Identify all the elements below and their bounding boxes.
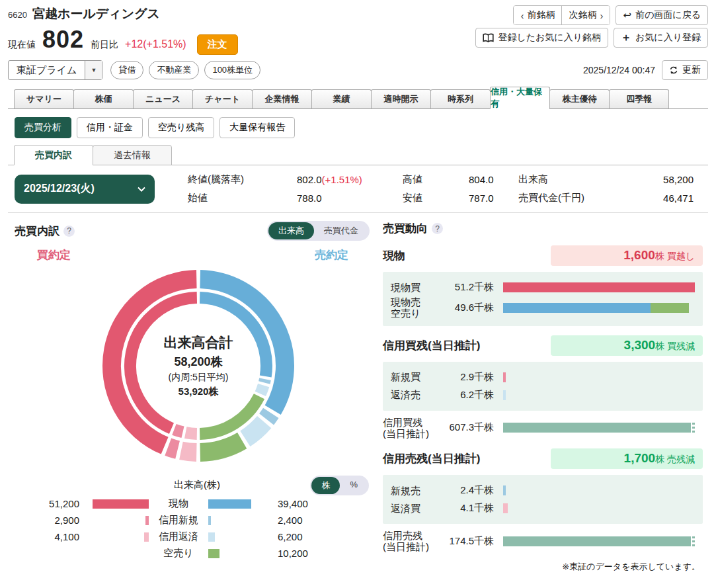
subnav-空売り残高[interactable]: 空売り残高 (148, 117, 214, 138)
donut-legend: 出来高(株) 株% 51,200現物39,4002,900信用新規2,4004,… (25, 476, 369, 562)
trend-row-value: 49.6千株 (449, 302, 503, 314)
subnav: 売買分析信用・証金空売り残高大量保有報告 (15, 117, 708, 138)
volume-label: 出来高 (518, 173, 624, 186)
breakdown-help-icon[interactable]: ? (63, 226, 75, 237)
legend-sell-value: 2,400 (271, 515, 332, 526)
unit-option-出来高[interactable]: 出来高 (268, 222, 314, 239)
subnav-信用・証金[interactable]: 信用・証金 (77, 117, 143, 138)
turnover-value: 46,471 (624, 192, 703, 204)
open-label: 始値 (188, 192, 297, 204)
header-row-1: 6620 宮越ホールディングス ‹ 前銘柄 次銘柄 › ↩ 前の画面に戻る (8, 5, 708, 25)
legend-sell-bar (208, 516, 271, 525)
tab-チャート[interactable]: チャート (192, 89, 253, 109)
legend-sell-bar (208, 532, 271, 542)
trend-row-label: 現物売 空売り (391, 296, 449, 319)
trend-row: 信用売残 (当日推計)174.5千株 (383, 530, 703, 553)
next-stock-button[interactable]: 次銘柄 › (561, 6, 610, 24)
donut-total: 58,200株 (174, 354, 222, 370)
high-value: 804.0 (469, 174, 518, 185)
legend-buy-value: 2,900 (25, 515, 86, 526)
trend-row-value: 607.3千株 (449, 421, 503, 434)
subnav-売買分析[interactable]: 売買分析 (15, 117, 71, 138)
content: 売買内訳 ? 出来高売買代金 買約定 売約定 出来高合計 58,200株 (内周… (8, 213, 708, 573)
legend-unit-option-株[interactable]: 株 (311, 477, 340, 494)
header-row-2: 現在値 802 前日比 +12(+1.51%) 注文 登録したお気に入り銘柄 ＋… (8, 28, 708, 55)
current-price: 802 (42, 28, 84, 52)
legend-buy-bar (86, 532, 149, 542)
high-label: 高値 (403, 173, 469, 186)
trend-row-value: 4.1千株 (449, 502, 503, 515)
unit-option-売買代金[interactable]: 売買代金 (314, 222, 368, 239)
legend-sell-value: 39,400 (271, 498, 332, 509)
date-select[interactable]: 2025/12/23(火) (15, 175, 155, 204)
trend-box: 新規買2.9千株返済売6.2千株 (383, 362, 703, 411)
refresh-button[interactable]: 更新 (662, 60, 708, 80)
trend-row-bar (503, 423, 695, 433)
subtabs: 売買内訳過去情報 (8, 145, 708, 165)
tab-四季報[interactable]: 四季報 (609, 89, 669, 109)
buy-side-label: 買約定 (37, 247, 71, 263)
price-change: +12(+1.51%) (125, 38, 186, 50)
breakdown-title: 売買内訳 (15, 224, 60, 239)
tab-株主優待[interactable]: 株主優待 (549, 89, 610, 109)
trend-row-value: 2.4千株 (449, 484, 503, 497)
volume-donut-chart: 出来高合計 58,200株 (内周:5日平均) 53,920株 (99, 267, 298, 465)
legend-sell-bar-fill (208, 549, 219, 558)
tab-ニュース[interactable]: ニュース (133, 89, 193, 109)
volume-value: 58,200 (624, 174, 703, 185)
donut-title: 出来高合計 (164, 333, 233, 352)
tab-適時開示[interactable]: 適時開示 (371, 89, 431, 109)
legend-unit-option-%[interactable]: % (340, 477, 368, 494)
tab-時系列[interactable]: 時系列 (430, 89, 491, 109)
timestamp: 2025/12/24 00:47 (583, 65, 655, 75)
subnav-大量保有報告[interactable]: 大量保有報告 (219, 117, 295, 138)
breakdown-section: 売買内訳 ? 出来高売買代金 買約定 売約定 出来高合計 58,200株 (内周… (15, 221, 375, 573)
trend-row-label: 信用買残 (当日推計) (383, 417, 449, 440)
tab-業績[interactable]: 業績 (311, 89, 372, 109)
market-select[interactable]: 東証プライム ▼ (8, 60, 102, 80)
trend-row-bar (503, 485, 695, 495)
trend-bar-segment (503, 485, 506, 495)
favorites-list-button[interactable]: 登録したお気に入り銘柄 (475, 28, 608, 48)
legend-label: 現物 (149, 497, 208, 510)
legend-sell-bar-fill (208, 499, 251, 509)
trend-bar-segment (503, 390, 506, 400)
trend-row-label: 返済買 (391, 503, 449, 514)
trend-group: 現物1,600株 買越し現物買51.2千株現物売 空売り49.6千株 (383, 245, 703, 326)
trend-row: 新規売2.4千株 (391, 482, 695, 499)
trend-row-value: 51.2千株 (449, 281, 503, 294)
legend-buy-bar-fill (144, 532, 149, 542)
close-value: 802.0(+1.51%) (297, 174, 403, 185)
legend-row: 51,200現物39,400 (25, 495, 369, 512)
subtab-過去情報[interactable]: 過去情報 (93, 145, 172, 165)
trend-row: 新規買2.9千株 (391, 368, 695, 386)
stock-code: 6620 (8, 10, 27, 20)
unit-toggle: 出来高売買代金 (267, 221, 370, 241)
trend-help-icon[interactable]: ? (432, 223, 443, 234)
trend-row: 返済売6.2千株 (391, 386, 695, 404)
trend-bar-segment (651, 303, 689, 313)
trend-badge-value: 3,300 (624, 338, 656, 352)
footnote: ※東証のデータを表示しています。 (383, 561, 703, 573)
tab-株価[interactable]: 株価 (73, 89, 134, 109)
trend-bar-segment (503, 372, 506, 382)
legend-label: 信用新規 (149, 514, 208, 526)
bar-truncation-marks (692, 423, 695, 433)
header-row-3: 東証プライム ▼ 貸借不動産業100株単位 2025/12/24 00:47 更… (8, 60, 708, 80)
back-button[interactable]: ↩ 前の画面に戻る (616, 5, 708, 25)
trend-box: 現物買51.2千株現物売 空売り49.6千株 (383, 272, 703, 326)
market-select-arrow-icon: ▼ (85, 61, 102, 79)
summary-bar: 2025/12/23(火) 終値(騰落率) 802.0(+1.51%) 高値 8… (8, 165, 708, 213)
turnover-label: 売買代金(千円) (518, 192, 624, 204)
add-favorite-button[interactable]: ＋ お気に入り登録 (614, 28, 708, 48)
page: 6620 宮越ホールディングス ‹ 前銘柄 次銘柄 › ↩ 前の画面に戻る (0, 0, 716, 573)
order-button[interactable]: 注文 (197, 34, 238, 55)
prev-stock-button[interactable]: ‹ 前銘柄 (514, 6, 561, 24)
tab-企業情報[interactable]: 企業情報 (252, 89, 312, 109)
attribute-badge-0: 貸借 (110, 61, 143, 79)
tab-信用・大量保有[interactable]: 信用・大量保有 (490, 87, 550, 109)
tab-サマリー[interactable]: サマリー (14, 89, 74, 109)
legend-buy-value: 4,100 (25, 531, 86, 542)
donut-note: (内周:5日平均) (169, 372, 229, 384)
subtab-売買内訳[interactable]: 売買内訳 (14, 145, 93, 165)
